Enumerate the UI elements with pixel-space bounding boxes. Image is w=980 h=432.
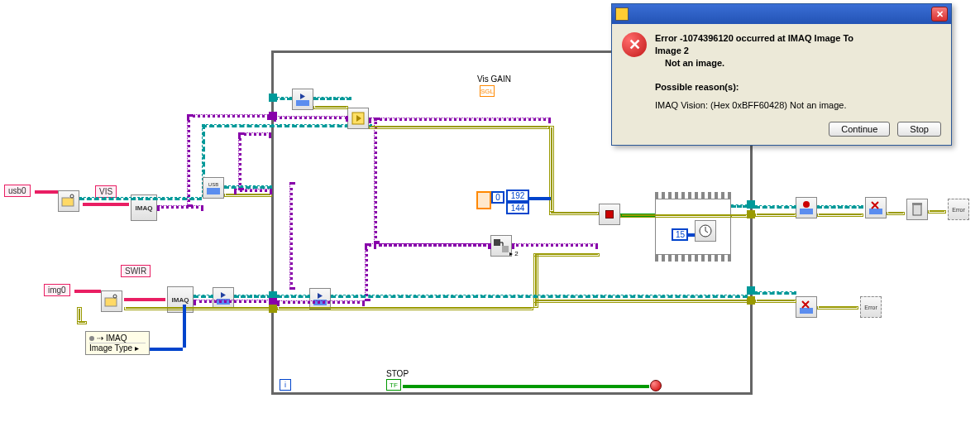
- const-index: 0: [491, 191, 504, 204]
- svg-marker-5: [300, 94, 305, 99]
- loop-iteration-label: i: [284, 381, 286, 389]
- svg-point-18: [803, 201, 810, 208]
- svg-rect-14: [494, 239, 500, 246]
- imaq-create-swir-label: IMAQ: [172, 296, 189, 304]
- control-vis[interactable]: VIS: [95, 185, 117, 198]
- svg-rect-15: [502, 246, 509, 252]
- wait-ms: [695, 220, 716, 242]
- const-wait: 15: [672, 228, 688, 241]
- dialog-message: Error -1074396120 occurred at IMAQ Image…: [655, 32, 853, 112]
- dialog-close-button[interactable]: ✕: [931, 7, 948, 22]
- sequence-structure-top: [655, 192, 731, 199]
- continue-button[interactable]: Continue: [829, 122, 890, 137]
- property-name: Image Type: [89, 343, 132, 353]
- terminal-stop[interactable]: TF: [386, 379, 401, 391]
- sequence-frame: [655, 199, 731, 255]
- svg-rect-19: [869, 209, 882, 214]
- dialog-app-icon: [615, 7, 629, 21]
- control-img0[interactable]: img0: [44, 284, 70, 296]
- subvi-instance-label: ▸ 2: [509, 250, 519, 257]
- control-swir[interactable]: SWIR: [121, 265, 151, 277]
- terminal-stop-text: TF: [390, 382, 398, 389]
- terminal-vis-gain-text: SGL: [480, 88, 494, 95]
- dialog-line3: Not an image.: [665, 58, 724, 68]
- terminal-vis-gain[interactable]: SGL: [480, 85, 495, 97]
- error-icon: ✕: [622, 32, 647, 57]
- error-handler-vis-label: Error: [952, 207, 965, 213]
- imaqdx-close-swir: [796, 296, 817, 318]
- sequence-structure-bottom: [655, 255, 731, 262]
- property-ref: IMAQ: [106, 334, 127, 343]
- imaqdx-configure-vis: USB: [203, 177, 224, 199]
- imaq-grab-vis: [347, 108, 369, 129]
- loop-stop-terminal: [650, 380, 662, 391]
- label-vis-gain: Vis GAIN: [477, 74, 511, 84]
- dialog-line2: Image 2: [655, 46, 689, 55]
- svg-rect-0: [62, 198, 74, 206]
- svg-rect-4: [296, 100, 309, 106]
- imaqdx-close-vis: [865, 197, 887, 218]
- error-handler-vis: Error: [948, 199, 969, 220]
- svg-rect-8: [105, 298, 117, 306]
- dialog-reasons-heading: Possible reason(s):: [655, 82, 739, 92]
- svg-marker-11: [221, 292, 226, 298]
- error-handler-swir: Error: [860, 296, 882, 318]
- label-stop: STOP: [386, 369, 409, 378]
- imaqdx-start-vis: [292, 89, 313, 110]
- svg-point-9: [113, 295, 117, 298]
- imaq-create-label: IMAQ: [136, 204, 153, 212]
- error-handler-swir-label: Error: [864, 305, 877, 310]
- close-icon: ✕: [936, 9, 944, 20]
- loop-iteration-terminal: i: [280, 379, 291, 391]
- svg-rect-2: [207, 188, 220, 194]
- svg-text:USB: USB: [208, 182, 218, 187]
- dialog-reason: IMAQ Vision: (Hex 0xBFF60428) Not an ima…: [655, 99, 853, 112]
- svg-point-1: [70, 194, 74, 198]
- dialog-titlebar[interactable]: ✕: [612, 4, 951, 24]
- svg-rect-22: [800, 308, 813, 314]
- imaqdx-stop-vis: [796, 197, 817, 218]
- imaqdx-configure-swir: [213, 287, 234, 309]
- svg-marker-13: [318, 293, 323, 299]
- const-resy: 144: [506, 202, 529, 214]
- property-node-image-type: ⇢IMAQ Image Type▸: [85, 331, 150, 355]
- svg-rect-21: [912, 203, 922, 205]
- dialog-line1: Error -1074396120 occurred at IMAQ Image…: [655, 33, 853, 43]
- imaqdx-open-vis: [58, 190, 79, 212]
- index-array-cluster: [476, 191, 491, 209]
- imaqdx-open-swir: [101, 290, 122, 312]
- error-dialog: ✕ ✕ Error -1074396120 occurred at IMAQ I…: [611, 3, 952, 146]
- svg-rect-20: [913, 204, 921, 215]
- control-usb0[interactable]: usb0: [4, 185, 31, 197]
- stop-button[interactable]: Stop: [897, 122, 941, 137]
- block-diagram-canvas: usb0 VIS IMAQ USB Vis GAIN SGL img0: [0, 0, 980, 432]
- const-resx: 192: [506, 190, 529, 202]
- boolean-indicator-node: [599, 204, 620, 225]
- imaq-dispose: [906, 199, 928, 220]
- svg-rect-17: [800, 209, 813, 214]
